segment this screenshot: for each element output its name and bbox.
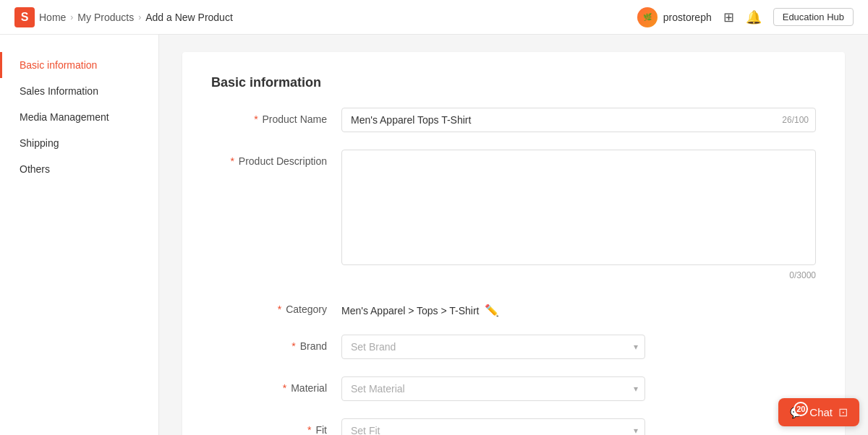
- material-select[interactable]: Set Material: [341, 376, 645, 401]
- header-left: S Home › My Products › Add a New Product: [14, 7, 233, 27]
- bell-icon[interactable]: 🔔: [746, 9, 762, 25]
- header-right: 🌿 prostoreph ⊞ 🔔 Education Hub: [637, 7, 854, 27]
- material-label: * Material: [211, 376, 341, 394]
- user-info: 🌿 prostoreph: [637, 7, 712, 27]
- breadcrumb-home[interactable]: Home: [39, 12, 66, 23]
- product-name-label: * Product Name: [211, 108, 341, 125]
- breadcrumb-current: Add a New Product: [145, 12, 233, 23]
- sidebar-item-shipping[interactable]: Shipping: [0, 130, 158, 156]
- chat-badge: 20: [793, 402, 808, 416]
- category-row: * Category Men's Apparel > Tops > T-Shir…: [211, 298, 816, 317]
- sidebar-item-others[interactable]: Others: [0, 156, 158, 182]
- header: S Home › My Products › Add a New Product…: [0, 0, 868, 35]
- brand-select-wrapper: Set Brand ▾: [341, 335, 645, 359]
- grid-icon[interactable]: ⊞: [723, 9, 734, 25]
- brand-row: * Brand Set Brand ▾: [211, 335, 816, 359]
- sidebar-item-media-management[interactable]: Media Management: [0, 104, 158, 130]
- breadcrumb-sep-1: ›: [70, 12, 73, 22]
- breadcrumb: Home › My Products › Add a New Product: [39, 12, 233, 23]
- product-name-input[interactable]: [341, 108, 816, 132]
- fit-select[interactable]: Set Fit: [341, 418, 645, 435]
- product-description-char-count: 0/3000: [341, 270, 816, 280]
- chat-widget[interactable]: 💬 20 Chat ⊡: [778, 398, 859, 426]
- shopee-logo: S: [14, 7, 35, 27]
- form-card: Basic information * Product Name 26/100 …: [182, 52, 845, 435]
- avatar: 🌿: [637, 7, 658, 27]
- brand-select[interactable]: Set Brand: [341, 335, 645, 359]
- product-description-textarea-wrapper: 0/3000: [341, 150, 816, 280]
- logo-letter: S: [21, 11, 29, 24]
- edit-category-icon[interactable]: ✏️: [485, 303, 499, 317]
- material-select-wrapper: Set Material ▾: [341, 376, 645, 401]
- chat-widget-inner: 💬 20 Chat ⊡: [790, 405, 848, 419]
- fit-label: * Fit: [211, 418, 341, 435]
- product-name-control: 26/100: [341, 108, 816, 132]
- expand-icon: ⊡: [838, 405, 848, 419]
- sidebar-item-basic-information[interactable]: Basic information: [0, 52, 158, 78]
- category-label: * Category: [211, 298, 341, 315]
- layout: Basic information Sales Information Medi…: [0, 35, 868, 435]
- education-hub-button[interactable]: Education Hub: [773, 8, 854, 26]
- category-text: Men's Apparel > Tops > T-Shirt: [341, 305, 479, 316]
- brand-control: Set Brand ▾: [341, 335, 816, 359]
- category-value: Men's Apparel > Tops > T-Shirt ✏️: [341, 298, 816, 317]
- breadcrumb-my-products[interactable]: My Products: [77, 12, 134, 23]
- sidebar-item-sales-information[interactable]: Sales Information: [0, 78, 158, 104]
- category-control: Men's Apparel > Tops > T-Shirt ✏️: [341, 298, 816, 317]
- material-control: Set Material ▾: [341, 376, 816, 401]
- fit-row: * Fit Set Fit ▾: [211, 418, 816, 435]
- product-description-label: * Product Description: [211, 150, 341, 167]
- material-row: * Material Set Material ▾: [211, 376, 816, 401]
- product-description-control: 0/3000: [341, 150, 816, 280]
- fit-control: Set Fit ▾: [341, 418, 816, 435]
- chat-label: Chat: [809, 406, 833, 418]
- product-name-char-count: 26/100: [782, 115, 809, 125]
- section-title: Basic information: [211, 75, 816, 90]
- breadcrumb-sep-2: ›: [138, 12, 141, 22]
- brand-label: * Brand: [211, 335, 341, 352]
- product-name-input-wrapper: 26/100: [341, 108, 816, 132]
- username: prostoreph: [663, 12, 712, 23]
- product-name-row: * Product Name 26/100: [211, 108, 816, 132]
- product-description-textarea[interactable]: [341, 150, 816, 265]
- main-content: Basic information * Product Name 26/100 …: [159, 35, 868, 435]
- fit-select-wrapper: Set Fit ▾: [341, 418, 645, 435]
- chat-icon-wrap: 💬 20: [790, 406, 804, 419]
- side-nav: Basic information Sales Information Medi…: [0, 35, 159, 435]
- product-description-row: * Product Description 0/3000: [211, 150, 816, 280]
